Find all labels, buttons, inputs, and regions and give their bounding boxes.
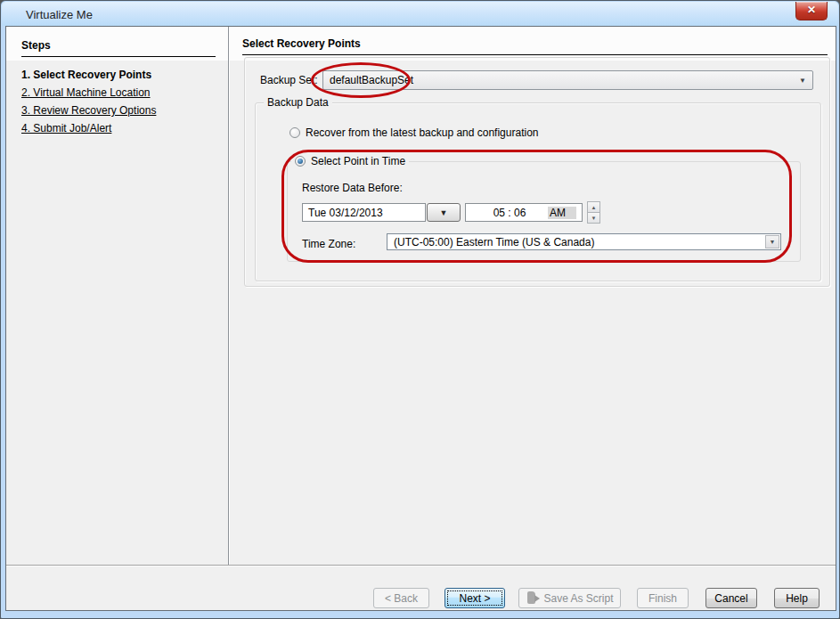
radio-recover-latest[interactable]: Recover from the latest backup and confi…: [290, 126, 538, 139]
back-button[interactable]: < Back: [373, 588, 429, 608]
main-panel: Select Recovery Points Backup Set: defau…: [230, 27, 836, 565]
help-button[interactable]: Help: [774, 588, 820, 608]
next-button[interactable]: Next >: [444, 588, 505, 608]
backup-data-group: Backup Data Recover from the latest back…: [255, 102, 821, 281]
window-title: Virtualize Me: [26, 8, 93, 21]
spinner-down-button[interactable]: ▼: [587, 213, 600, 224]
button-bar: < Back Next > Save As Script Finish Canc…: [6, 565, 836, 612]
steps-header-band: Steps: [6, 27, 228, 61]
recovery-points-group: Backup Set: defaultBackupSet ▼ Backup Da…: [244, 57, 830, 287]
timezone-combobox[interactable]: (UTC-05:00) Eastern Time (US & Canada) ▼: [387, 233, 781, 250]
timezone-value: (UTC-05:00) Eastern Time (US & Canada): [394, 236, 594, 248]
radio-point-in-time-label: Select Point in Time: [311, 155, 405, 167]
date-dropdown-button[interactable]: ▼: [427, 203, 461, 222]
time-spinner: ▲ ▼: [587, 201, 600, 224]
step-submit-job-alert[interactable]: 4. Submit Job/Alert: [21, 123, 221, 134]
date-value: Tue 03/12/2013: [308, 207, 383, 219]
step-select-recovery-points: 1. Select Recovery Points: [21, 69, 221, 80]
page-title: Select Recovery Points: [242, 37, 828, 55]
close-button[interactable]: ✕: [795, 2, 828, 20]
main-header-band: Select Recovery Points: [230, 27, 836, 61]
step-review-recovery-options[interactable]: 3. Review Recovery Options: [21, 105, 221, 116]
point-in-time-group: Select Point in Time Restore Data Before…: [287, 161, 801, 262]
date-input[interactable]: Tue 03/12/2013: [302, 203, 426, 222]
timezone-dropdown-button[interactable]: ▼: [765, 235, 779, 248]
timezone-label: Time Zone:: [302, 238, 355, 250]
up-arrow-icon: ▲: [591, 205, 597, 210]
close-icon: ✕: [807, 4, 816, 16]
finish-button-label: Finish: [648, 592, 677, 605]
backup-data-legend: Backup Data: [264, 96, 332, 109]
step-virtual-machine-location[interactable]: 2. Virtual Machine Location: [21, 87, 221, 98]
steps-heading: Steps: [21, 39, 216, 57]
backup-set-value: defaultBackupSet: [330, 74, 413, 86]
backup-set-label: Backup Set:: [260, 74, 318, 86]
save-as-script-label: Save As Script: [543, 592, 613, 605]
dialog-content: Steps 1. Select Recovery Points 2. Virtu…: [5, 26, 836, 611]
finish-button[interactable]: Finish: [637, 588, 689, 608]
script-icon: [526, 591, 539, 605]
chevron-down-icon: ▼: [770, 239, 776, 245]
spinner-up-button[interactable]: ▲: [587, 201, 600, 213]
help-button-label: Help: [786, 592, 808, 605]
radio-unselected-icon[interactable]: [290, 127, 300, 138]
radio-recover-latest-label: Recover from the latest backup and confi…: [306, 126, 538, 139]
backup-set-combobox[interactable]: defaultBackupSet ▼: [322, 70, 813, 90]
title-bar[interactable]: Virtualize Me ✕: [2, 2, 838, 26]
back-button-label: < Back: [385, 592, 418, 605]
steps-list: 1. Select Recovery Points 2. Virtual Mac…: [21, 69, 221, 141]
chevron-down-icon: ▼: [440, 208, 448, 217]
down-arrow-icon: ▼: [591, 216, 597, 221]
ampm-segment[interactable]: AM: [548, 207, 576, 219]
time-value: 05 : 06: [471, 207, 548, 219]
virtualize-me-dialog: Virtualize Me ✕ Steps 1. Select Recovery…: [0, 0, 840, 619]
next-button-label: Next >: [459, 592, 490, 605]
save-as-script-button[interactable]: Save As Script: [518, 588, 621, 608]
chevron-down-icon: ▼: [799, 77, 806, 85]
radio-point-in-time[interactable]: Select Point in Time: [291, 155, 409, 167]
time-input[interactable]: 05 : 06 AM: [465, 203, 583, 222]
steps-sidebar: Steps 1. Select Recovery Points 2. Virtu…: [6, 27, 229, 565]
cancel-button-label: Cancel: [714, 592, 747, 605]
restore-before-label: Restore Data Before:: [302, 182, 403, 194]
cancel-button[interactable]: Cancel: [705, 588, 757, 608]
radio-selected-icon[interactable]: [295, 156, 306, 167]
